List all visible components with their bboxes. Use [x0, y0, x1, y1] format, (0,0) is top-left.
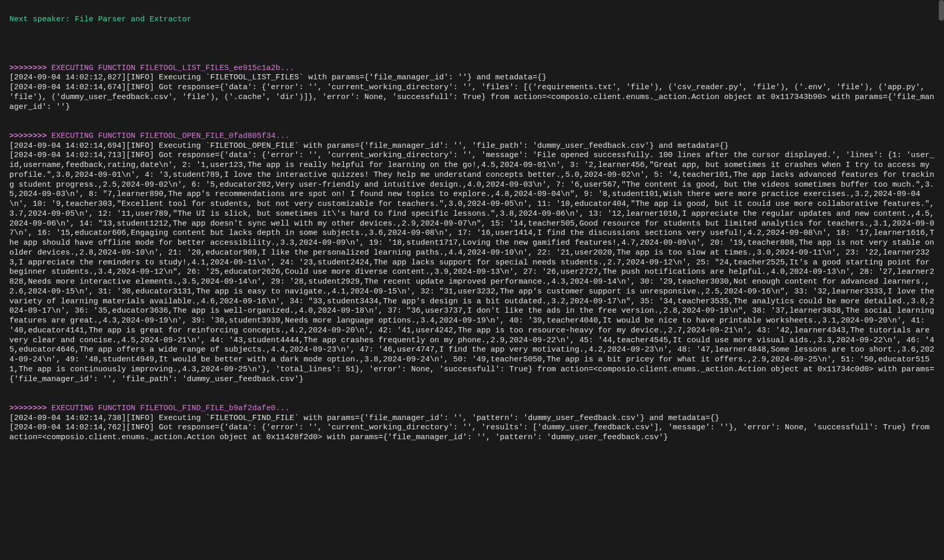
exec-label: EXECUTING FUNCTION FILETOOL_LIST_FILES_e… [47, 64, 294, 73]
log-line: [2024-09-04 14:02:14,762][INFO] Got resp… [9, 423, 934, 442]
log-line: [2024-09-04 14:02:12,827][INFO] Executin… [9, 73, 546, 82]
log-line: [2024-09-04 14:02:14,674][INFO] Got resp… [9, 83, 934, 111]
next-speaker-line: Next speaker: File Parser and Extractor [9, 15, 191, 24]
chevron-icon: >>>>>>>> [9, 64, 47, 73]
blank-line [9, 25, 935, 35]
chevron-icon: >>>>>>>> [9, 404, 47, 413]
terminal-output[interactable]: Next speaker: File Parser and Extractor … [0, 0, 944, 448]
scroll-thumb[interactable] [939, 0, 944, 21]
blank-line [9, 384, 935, 394]
blank-line [9, 44, 935, 54]
scrollbar-vertical[interactable] [939, 0, 944, 448]
exec-label: EXECUTING FUNCTION FILETOOL_OPEN_FILE_0f… [47, 132, 290, 141]
exec-header-3: >>>>>>>> EXECUTING FUNCTION FILETOOL_FIN… [9, 404, 290, 413]
chevron-icon: >>>>>>>> [9, 132, 47, 141]
exec-header-1: >>>>>>>> EXECUTING FUNCTION FILETOOL_LIS… [9, 64, 294, 73]
exec-header-2: >>>>>>>> EXECUTING FUNCTION FILETOOL_OPE… [9, 132, 290, 141]
log-line: [2024-09-04 14:02:14,694][INFO] Executin… [9, 142, 729, 150]
blank-line [9, 112, 935, 122]
exec-label: EXECUTING FUNCTION FILETOOL_FIND_FILE_b9… [47, 404, 290, 413]
log-line: [2024-09-04 14:02:14,713][INFO] Got resp… [9, 151, 939, 383]
log-line: [2024-09-04 14:02:14,738][INFO] Executin… [9, 414, 719, 423]
